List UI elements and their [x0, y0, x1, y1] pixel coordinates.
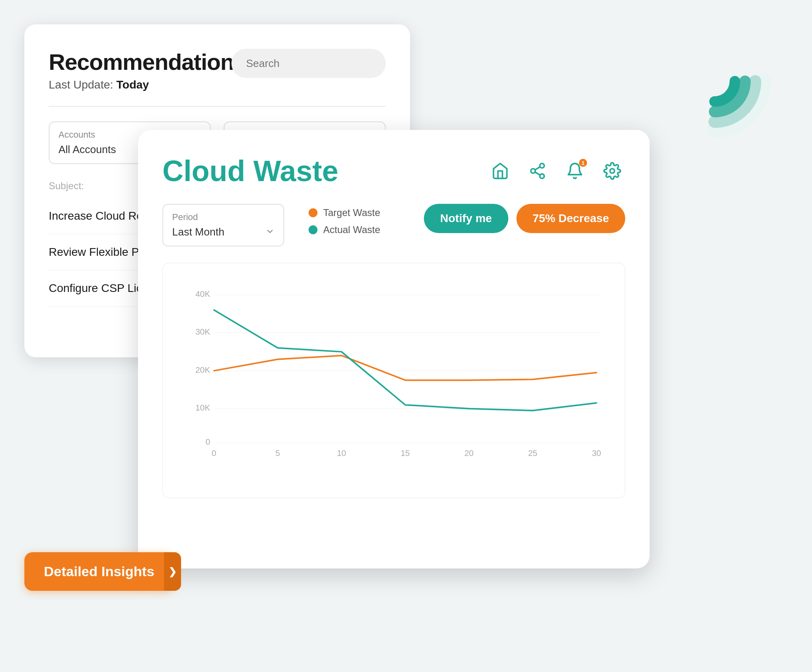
- period-value: Last Month: [172, 226, 225, 238]
- svg-text:15: 15: [401, 448, 410, 458]
- svg-text:40K: 40K: [195, 289, 210, 298]
- target-waste-dot: [309, 208, 317, 217]
- legend-actual-waste: Actual Waste: [309, 224, 380, 236]
- actual-waste-label: Actual Waste: [323, 224, 380, 236]
- actual-waste-dot: [309, 225, 317, 234]
- svg-text:0: 0: [205, 437, 210, 446]
- svg-text:5: 5: [275, 448, 280, 458]
- arc-decoration: [650, 16, 780, 146]
- divider: [49, 106, 386, 107]
- period-chevron-icon: [266, 227, 274, 238]
- svg-text:30K: 30K: [195, 327, 210, 336]
- search-input[interactable]: [246, 57, 378, 70]
- cloud-waste-chart: 40K 30K 20K 10K 0 0 5 10 15 20 25 30: [162, 263, 625, 498]
- notification-icon-btn[interactable]: 1: [562, 158, 588, 184]
- legend-target-waste: Target Waste: [309, 207, 380, 218]
- cloud-waste-title: Cloud Waste: [162, 154, 338, 188]
- arrow-tab-icon: ❯: [164, 552, 181, 591]
- notification-badge: 1: [579, 159, 587, 167]
- accounts-value: All Accounts: [58, 143, 116, 156]
- decrease-button[interactable]: 75% Decrease: [516, 204, 625, 233]
- cloud-waste-controls: Period Last Month Target Waste Actual Wa…: [162, 204, 625, 246]
- period-filter[interactable]: Period Last Month: [162, 204, 284, 246]
- subject-col-label: Subject:: [49, 180, 84, 192]
- last-update: Last Update: Today: [49, 78, 386, 91]
- detailed-insights-label: Detailed Insights: [44, 564, 154, 579]
- svg-text:30: 30: [592, 448, 601, 458]
- period-label: Period: [172, 212, 274, 223]
- detailed-insights-button[interactable]: Detailed Insights ❯: [24, 552, 174, 591]
- svg-point-7: [610, 169, 615, 173]
- cloud-waste-header: Cloud Waste: [162, 154, 625, 188]
- svg-text:10: 10: [337, 448, 346, 458]
- svg-text:0: 0: [212, 448, 216, 458]
- chart-legend: Target Waste Actual Waste: [309, 204, 380, 236]
- home-icon-btn[interactable]: [487, 158, 513, 184]
- settings-icon-btn[interactable]: [599, 158, 625, 184]
- cloud-waste-buttons: Notify me 75% Decrease: [424, 204, 625, 233]
- svg-text:20: 20: [464, 448, 474, 458]
- svg-line-5: [535, 172, 540, 175]
- svg-text:10K: 10K: [195, 403, 210, 412]
- notify-me-button[interactable]: Notify me: [424, 204, 508, 233]
- chart-svg: 40K 30K 20K 10K 0 0 5 10 15 20 25 30: [191, 275, 609, 478]
- cloud-waste-card: Cloud Waste: [138, 130, 650, 568]
- svg-text:20K: 20K: [195, 365, 210, 374]
- share-icon-btn[interactable]: [525, 158, 551, 184]
- target-waste-label: Target Waste: [323, 207, 380, 218]
- svg-line-6: [535, 167, 540, 170]
- search-bar[interactable]: [231, 49, 386, 78]
- cloud-waste-actions: 1: [487, 158, 625, 184]
- target-waste-line: [214, 356, 596, 380]
- svg-text:25: 25: [528, 448, 538, 458]
